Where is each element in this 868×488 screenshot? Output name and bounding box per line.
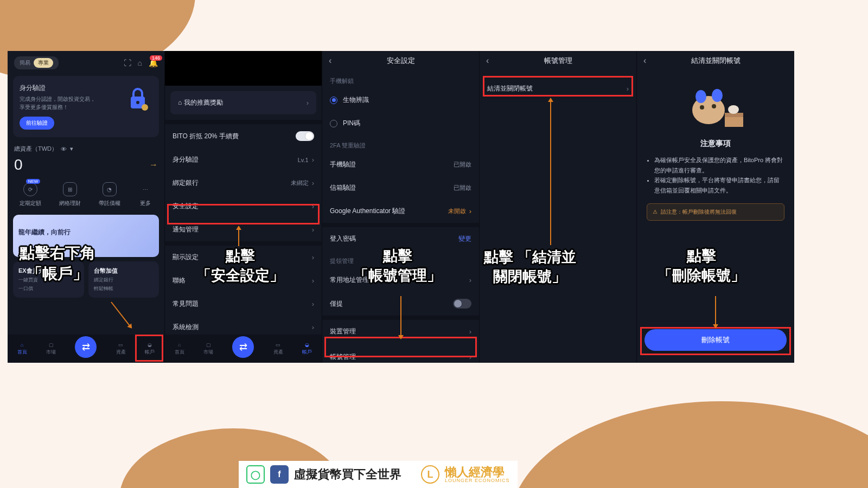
page-title: 結清並關閉帳號 xyxy=(691,56,741,66)
svg-point-10 xyxy=(728,105,739,114)
page-title: 帳號管理 xyxy=(544,56,572,66)
annotation-5: 點擊「刪除帳號」 xyxy=(658,246,745,286)
svc-recurring[interactable]: NEW⟳定期定額 xyxy=(20,182,41,207)
svg-point-4 xyxy=(700,105,704,110)
back-icon[interactable]: ‹ xyxy=(486,56,489,66)
arrow xyxy=(400,296,401,338)
nav-account[interactable]: ◒帳戶 xyxy=(302,342,312,356)
radio-icon[interactable] xyxy=(330,120,337,127)
card-twd-deposit[interactable]: 台幣加值綁定銀行輕鬆轉帳 xyxy=(88,261,159,298)
eye-icon[interactable]: 👁 xyxy=(61,146,67,152)
arrow xyxy=(550,99,551,245)
row-pin[interactable]: PIN碼 xyxy=(322,112,479,135)
screen-account-mgmt: ‹帳號管理 結清並關閉帳號› 點擊 「結清並關閉帳號」 xyxy=(480,51,637,363)
screen-home: 簡易 專業 ⛶ ⌂ 🔔146 身分驗證 完成身分認證，開啟投資交易，享受更多優質… xyxy=(8,51,165,363)
nav-assets[interactable]: ▭資產 xyxy=(116,342,126,356)
highlight-close-account xyxy=(483,76,633,97)
svg-point-2 xyxy=(142,104,148,111)
page-title: 安全設定 xyxy=(387,56,415,66)
row-mail-verify[interactable]: 信箱驗證已開啟 xyxy=(322,176,479,200)
notif-badge: 146 xyxy=(150,55,162,61)
nav-market[interactable]: ▢市場 xyxy=(203,342,213,356)
row-faq[interactable]: 常見問題› xyxy=(165,292,322,316)
warning-box: ⚠請注意：帳戶刪除後將無法回復 xyxy=(647,203,784,221)
lock-icon xyxy=(124,86,151,113)
screen-account-menu: ⌂ 我的推薦獎勵› BITO 折抵 20% 手續費 身分驗證Lv.1› 綁定銀行… xyxy=(165,51,322,363)
section-2fa: 2FA 雙重驗證 xyxy=(322,135,479,153)
verify-card: 身分驗證 完成身分認證，開啟投資交易，享受更多優質服務！ 前往驗證 xyxy=(13,76,159,137)
footer-branding: ◯ f 虛擬貨幣買下全世界 L 懶人經濟學 LOUNGER ECONOMICS xyxy=(239,461,518,488)
back-icon[interactable]: ‹ xyxy=(643,56,646,66)
annotation-3: 點擊「帳號管理」 xyxy=(354,246,442,286)
notice-heading: 注意事項 xyxy=(647,139,784,149)
row-biometric[interactable]: 生物辨識 xyxy=(322,88,479,112)
nav-home[interactable]: ⌂首頁 xyxy=(17,342,27,356)
scan-icon[interactable]: ⛶ xyxy=(124,59,131,67)
assets-value: 0 xyxy=(14,156,23,174)
screen-security: ‹安全設定 手機解鎖 生物辨識 PIN碼 2FA 雙重驗證 手機驗證已開啟 信箱… xyxy=(322,51,480,363)
annotation-4: 點擊 「結清並關閉帳號」 xyxy=(484,247,576,287)
screen-close-account: ‹結清並關閉帳號 注意事項 為確保帳戶安全及保護您的資產，BitoPro 將會對… xyxy=(637,51,794,363)
warning-icon: ⚠ xyxy=(653,209,658,215)
section-unlock: 手機解鎖 xyxy=(322,70,479,88)
highlight-account-mgmt xyxy=(324,337,477,357)
highlight-security xyxy=(167,204,320,224)
annotation-2: 點擊「安全設定」 xyxy=(196,246,284,286)
mode-switch[interactable]: 簡易 專業 xyxy=(14,56,59,69)
assets-label: 總資產（TWD）👁▾ xyxy=(8,142,164,156)
line-icon: ◯ xyxy=(246,465,265,484)
bell-icon[interactable]: 🔔146 xyxy=(149,59,158,67)
row-bito-discount[interactable]: BITO 折抵 20% 手續費 xyxy=(165,124,322,148)
nav-trade[interactable]: ⇄ xyxy=(75,336,97,358)
bottom-nav: ⌂首頁 ▢市場 ⇄ ▭資產 ◒帳戶 xyxy=(165,335,322,363)
mode-pro[interactable]: 專業 xyxy=(34,58,53,68)
mode-simple[interactable]: 簡易 xyxy=(20,59,30,67)
lounger-logo-icon: L xyxy=(421,465,439,484)
arrow xyxy=(715,296,716,328)
row-phone-verify[interactable]: 手機驗證已開啟 xyxy=(322,153,479,176)
row-referral[interactable]: ⌂ 我的推薦獎勵› xyxy=(170,91,316,114)
arrow xyxy=(238,227,239,246)
arrow xyxy=(111,301,132,328)
row-identity[interactable]: 身分驗證Lv.1› xyxy=(165,148,322,171)
toggle-discount[interactable] xyxy=(296,131,314,141)
notice-list: 為確保帳戶安全及保護您的資產，BitoPro 將會對您的申請進行審查。 若確定刪… xyxy=(647,155,784,196)
svc-more[interactable]: ⋯更多 xyxy=(138,182,152,207)
svg-point-5 xyxy=(712,104,716,108)
illustration xyxy=(680,80,751,134)
gift-icon[interactable]: ⌂ xyxy=(138,59,142,67)
facebook-icon: f xyxy=(270,465,289,484)
nav-home[interactable]: ⌂首頁 xyxy=(175,342,184,356)
svg-point-7 xyxy=(712,89,723,102)
lounger-brand: 懶人經濟學 LOUNGER ECONOMICS xyxy=(445,466,510,483)
annotation-1: 點擊右下角「帳戶」 xyxy=(20,243,95,284)
profile-header xyxy=(165,51,322,86)
row-ga[interactable]: Google Authenticator 驗證未開啟 › xyxy=(322,200,479,223)
toggle-whitelist[interactable] xyxy=(453,299,471,309)
svc-lending[interactable]: ◔帶託債權 xyxy=(99,182,120,207)
highlight-account-tab xyxy=(135,335,163,362)
row-bank[interactable]: 綁定銀行未綁定› xyxy=(165,171,322,195)
nav-market[interactable]: ▢市場 xyxy=(46,342,56,356)
svg-point-1 xyxy=(136,101,139,104)
highlight-delete xyxy=(640,327,791,355)
svg-point-6 xyxy=(695,90,706,103)
back-icon[interactable]: ‹ xyxy=(329,56,331,66)
assets-arrow[interactable]: → xyxy=(149,160,158,170)
footer-text-1: 虛擬貨幣買下全世界 xyxy=(294,466,401,483)
nav-assets[interactable]: ▭資產 xyxy=(273,342,283,356)
svc-grid[interactable]: ⊞網格理財 xyxy=(59,182,81,207)
verify-button[interactable]: 前往驗證 xyxy=(20,117,54,130)
nav-trade[interactable]: ⇄ xyxy=(232,336,254,358)
radio-selected-icon[interactable] xyxy=(330,97,337,104)
